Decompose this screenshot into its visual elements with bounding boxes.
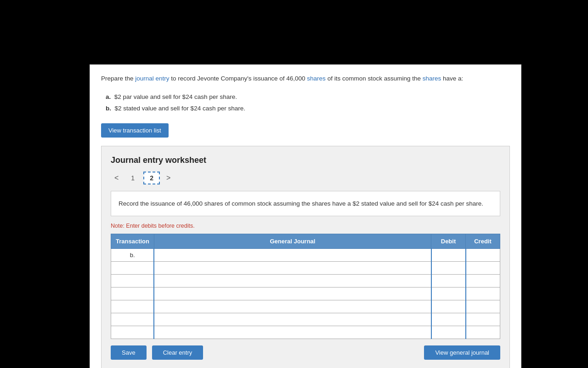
question-intro: Prepare the journal entry to record Jevo… (101, 74, 510, 83)
credit-input[interactable] (466, 288, 500, 300)
worksheet-container: Journal entry worksheet < 1 2 > Record t… (101, 146, 510, 368)
journal-cell[interactable] (154, 313, 431, 326)
journal-input[interactable] (154, 262, 430, 274)
page-2-button[interactable]: 2 (143, 172, 160, 184)
th-credit: Credit (466, 234, 500, 249)
journal-input[interactable] (154, 275, 430, 287)
debit-cell[interactable] (431, 262, 466, 275)
journal-input[interactable] (154, 313, 430, 326)
transaction-cell (111, 275, 154, 288)
bottom-buttons: Save Clear entry View general journal (111, 345, 500, 360)
next-page-button[interactable]: > (163, 172, 174, 184)
credit-cell[interactable] (466, 288, 500, 300)
journal-cell[interactable] (154, 262, 431, 275)
transaction-cell (111, 288, 154, 300)
journal-input[interactable] (154, 300, 430, 313)
credit-input[interactable] (466, 326, 500, 339)
journal-input[interactable] (154, 288, 430, 300)
debit-cell[interactable] (431, 249, 466, 262)
journal-input[interactable] (154, 249, 430, 261)
left-buttons: Save Clear entry (111, 345, 203, 360)
credit-cell[interactable] (466, 262, 500, 275)
credit-cell[interactable] (466, 313, 500, 326)
transaction-cell (111, 262, 154, 275)
credit-input[interactable] (466, 275, 500, 287)
save-button[interactable]: Save (111, 345, 147, 360)
item-a: a. $2 par value and sell for $24 cash pe… (106, 92, 510, 103)
debit-cell[interactable] (431, 300, 466, 313)
table-row: b. (111, 249, 500, 262)
prev-page-button[interactable]: < (111, 172, 122, 184)
debit-input[interactable] (432, 300, 465, 313)
credit-cell[interactable] (466, 249, 500, 262)
worksheet-title: Journal entry worksheet (111, 155, 500, 165)
journal-cell[interactable] (154, 249, 431, 262)
table-row (111, 313, 500, 326)
debit-input[interactable] (432, 262, 465, 274)
th-debit: Debit (431, 234, 466, 249)
debit-input[interactable] (432, 249, 465, 261)
item-b: b. $2 stated value and sell for $24 cash… (106, 103, 510, 114)
journal-input[interactable] (154, 326, 430, 339)
debit-input[interactable] (432, 275, 465, 287)
debit-cell[interactable] (431, 313, 466, 326)
transaction-cell (111, 313, 154, 326)
credit-cell[interactable] (466, 300, 500, 313)
journal-cell[interactable] (154, 326, 431, 339)
table-row (111, 288, 500, 300)
nav-row: < 1 2 > (111, 172, 500, 184)
debit-cell[interactable] (431, 326, 466, 339)
transaction-cell (111, 300, 154, 313)
instruction-box: Record the issuance of 46,000 shares of … (111, 191, 500, 217)
th-transaction: Transaction (111, 234, 154, 249)
debit-input[interactable] (432, 313, 465, 326)
view-journal-button[interactable]: View general journal (424, 345, 500, 360)
debit-input[interactable] (432, 326, 465, 339)
journal-cell[interactable] (154, 275, 431, 288)
journal-cell[interactable] (154, 300, 431, 313)
journal-table: Transaction General Journal Debit Credit… (111, 234, 500, 339)
instruction-text: Record the issuance of 46,000 shares of … (119, 200, 483, 207)
debit-cell[interactable] (431, 288, 466, 300)
debit-cell[interactable] (431, 275, 466, 288)
debit-input[interactable] (432, 288, 465, 300)
clear-button[interactable]: Clear entry (152, 345, 204, 360)
credit-input[interactable] (466, 249, 500, 261)
question-subitems: a. $2 par value and sell for $24 cash pe… (106, 92, 510, 114)
table-row (111, 262, 500, 275)
table-row (111, 300, 500, 313)
table-row (111, 275, 500, 288)
view-transaction-button[interactable]: View transaction list (101, 123, 169, 138)
credit-input[interactable] (466, 262, 500, 274)
transaction-cell: b. (111, 249, 154, 262)
th-general-journal: General Journal (154, 234, 431, 249)
note-text: Note: Enter debits before credits. (111, 223, 500, 229)
credit-input[interactable] (466, 313, 500, 326)
credit-cell[interactable] (466, 275, 500, 288)
credit-cell[interactable] (466, 326, 500, 339)
journal-cell[interactable] (154, 288, 431, 300)
credit-input[interactable] (466, 300, 500, 313)
transaction-cell (111, 326, 154, 339)
table-row (111, 326, 500, 339)
main-container: Prepare the journal entry to record Jevo… (90, 64, 521, 368)
page-1-button[interactable]: 1 (125, 172, 141, 184)
